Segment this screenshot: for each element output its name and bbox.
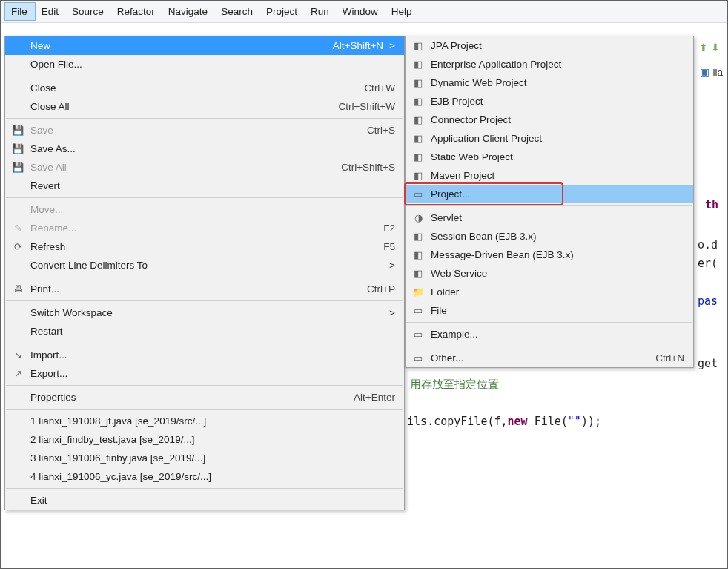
- menu-item-label: Save As...: [26, 143, 395, 154]
- file-menu-item-new[interactable]: NewAlt+Shift+N>: [5, 36, 404, 55]
- menu-item-label: Message-Driven Bean (EJB 3.x): [426, 249, 684, 260]
- menu-item-label: Static Web Project: [426, 151, 684, 162]
- new-menu-item-connector-project[interactable]: ◧Connector Project: [406, 111, 693, 129]
- menu-item-label: Close All: [26, 101, 338, 112]
- menu-refactor[interactable]: Refactor: [111, 3, 162, 20]
- separator: [406, 322, 692, 323]
- folder-icon: 📁: [410, 286, 426, 297]
- menu-item-label: EJB Project: [426, 96, 684, 107]
- separator: [6, 300, 403, 301]
- file-menu-item-1-lianxi-191008-jt-java-se-2019-src[interactable]: 1 lianxi_191008_jt.java [se_2019/src/...…: [5, 412, 404, 430]
- submenu-arrow-icon: >: [383, 307, 395, 318]
- file-menu-item-4-lianxi-191006-yc-java-se-2019-src[interactable]: 4 lianxi_191006_yc.java [se_2019/src/...…: [5, 467, 404, 486]
- menu-edit[interactable]: Edit: [36, 3, 66, 20]
- menu-item-accelerator: Ctrl+W: [364, 82, 395, 93]
- menu-item-accelerator: Ctrl+Shift+W: [338, 101, 395, 112]
- menu-project[interactable]: Project: [260, 3, 305, 20]
- print-icon: 🖶: [10, 283, 26, 295]
- new-menu-item-dynamic-web-project[interactable]: ◧Dynamic Web Project: [406, 73, 693, 92]
- menu-item-accelerator: Alt+Shift+N: [333, 40, 383, 51]
- new-menu-item-ejb-project[interactable]: ◧EJB Project: [406, 92, 693, 111]
- new-menu-item-project[interactable]: ▭Project...: [406, 185, 693, 203]
- new-menu-item-folder[interactable]: 📁Folder: [406, 283, 693, 301]
- new-menu-item-other[interactable]: ▭Other...Ctrl+N: [406, 349, 693, 367]
- file-menu-item-export[interactable]: ↗Export...: [5, 364, 404, 383]
- menu-item-label: Restart: [26, 326, 395, 337]
- file-menu-item-convert-line-delimiters-to[interactable]: Convert Line Delimiters To>: [5, 256, 404, 274]
- new-menu-item-servlet[interactable]: ◑Servlet: [406, 208, 693, 227]
- separator: [406, 346, 692, 346]
- new-menu-item-example[interactable]: ▭Example...: [406, 325, 693, 343]
- menu-source[interactable]: Source: [66, 3, 111, 20]
- new-menu-item-enterprise-application-project[interactable]: ◧Enterprise Application Project: [406, 55, 693, 73]
- project-icon: ▭: [410, 188, 426, 200]
- file-menu-item-switch-workspace[interactable]: Switch Workspace>: [5, 303, 404, 322]
- static-web-project-icon: ◧: [410, 151, 426, 162]
- file-menu-item-open-file[interactable]: Open File...: [5, 55, 404, 73]
- connector-project-icon: ◧: [410, 114, 426, 125]
- file-menu-item-close[interactable]: CloseCtrl+W: [5, 79, 404, 97]
- file-menu-item-3-lianxi-191006-finby-java-se-2019[interactable]: 3 lianxi_191006_finby.java [se_2019/...]: [5, 449, 404, 467]
- application-client-project-icon: ◧: [410, 133, 426, 144]
- file-menu-item-properties[interactable]: PropertiesAlt+Enter: [5, 388, 404, 407]
- menu-navigate[interactable]: Navigate: [162, 3, 215, 20]
- new-menu-item-message-driven-bean-ejb-3-x[interactable]: ◧Message-Driven Bean (EJB 3.x): [406, 246, 693, 264]
- menu-item-label: 4 lianxi_191006_yc.java [se_2019/src/...…: [26, 471, 395, 482]
- maven-project-icon: ◧: [410, 170, 426, 181]
- new-menu-item-static-web-project[interactable]: ◧Static Web Project: [406, 148, 693, 166]
- menu-window[interactable]: Window: [337, 3, 385, 20]
- submenu-arrow-icon: >: [383, 40, 395, 51]
- menu-item-label: Servlet: [426, 212, 684, 223]
- file-menu-item-2-lianxi-findby-test-java-se-2019[interactable]: 2 lianxi_findby_test.java [se_2019/...]: [5, 430, 404, 449]
- menu-item-label: Maven Project: [426, 170, 684, 181]
- new-menu-item-maven-project[interactable]: ◧Maven Project: [406, 166, 693, 185]
- file-menu-item-refresh[interactable]: ⟳RefreshF5: [5, 237, 404, 256]
- new-menu-item-application-client-project[interactable]: ◧Application Client Project: [406, 129, 693, 148]
- import-icon: ↘: [10, 349, 26, 361]
- editor-tab-remnant[interactable]: ▣ lia: [700, 66, 723, 78]
- menu-item-label: Rename...: [26, 223, 383, 234]
- menu-item-label: Save All: [26, 162, 341, 173]
- new-menu-item-file[interactable]: ▭File: [406, 301, 693, 320]
- file-menu-item-exit[interactable]: Exit: [5, 491, 404, 510]
- ejb-project-icon: ◧: [410, 96, 426, 107]
- menu-item-label: Web Service: [426, 268, 684, 279]
- file-menu-item-print[interactable]: 🖶Print...Ctrl+P: [5, 280, 404, 298]
- menu-item-accelerator: Ctrl+P: [367, 283, 395, 295]
- menu-item-label: Switch Workspace: [26, 307, 383, 318]
- jpa-project-icon: ◧: [410, 40, 426, 51]
- file-menu-item-import[interactable]: ↘Import...: [5, 346, 404, 364]
- menu-item-accelerator: Ctrl+S: [367, 125, 395, 136]
- save-as-icon: 💾: [10, 143, 26, 154]
- menubar: File Edit Source Refactor Navigate Searc…: [1, 1, 727, 23]
- file-menu-item-restart[interactable]: Restart: [5, 322, 404, 341]
- file-menu-item-revert[interactable]: Revert: [5, 177, 404, 195]
- menu-item-accelerator: F5: [383, 241, 395, 252]
- separator: [6, 76, 403, 76]
- menu-item-label: Properties: [26, 392, 354, 403]
- menu-item-accelerator: Ctrl+N: [655, 352, 684, 364]
- file-menu-item-save-all: 💾Save AllCtrl+Shift+S: [5, 158, 404, 177]
- menu-item-label: 2 lianxi_findby_test.java [se_2019/...]: [26, 434, 395, 445]
- export-icon: ↗: [10, 368, 26, 379]
- file-menu-item-save-as[interactable]: 💾Save As...: [5, 139, 404, 158]
- other-icon: ▭: [410, 352, 426, 364]
- menu-item-label: Print...: [26, 283, 367, 295]
- new-menu-item-jpa-project[interactable]: ◧JPA Project: [406, 36, 693, 55]
- save-all-icon: 💾: [10, 162, 26, 173]
- menu-item-label: File: [426, 305, 684, 316]
- menu-run[interactable]: Run: [305, 3, 337, 20]
- menu-item-label: Refresh: [26, 241, 383, 252]
- new-menu-item-session-bean-ejb-3-x[interactable]: ◧Session Bean (EJB 3.x): [406, 227, 693, 246]
- menu-item-label: Open File...: [26, 59, 395, 70]
- menu-search[interactable]: Search: [215, 3, 260, 20]
- refresh-icon: ⟳: [10, 241, 26, 252]
- separator: [6, 343, 403, 343]
- menu-file[interactable]: File: [4, 2, 36, 21]
- menu-item-label: Revert: [26, 180, 395, 191]
- menu-help[interactable]: Help: [385, 3, 420, 20]
- file-menu-item-close-all[interactable]: Close AllCtrl+Shift+W: [5, 97, 404, 116]
- new-menu-item-web-service[interactable]: ◧Web Service: [406, 264, 693, 283]
- message-driven-bean-ejb-3-x-icon: ◧: [410, 249, 426, 260]
- menu-item-label: New: [26, 40, 333, 51]
